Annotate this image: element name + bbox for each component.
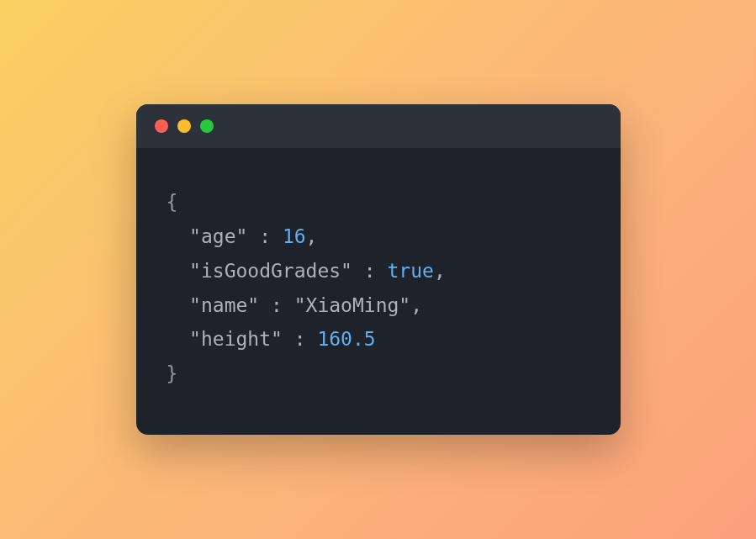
colon: : [259, 294, 294, 316]
json-key: "name" [189, 294, 259, 316]
json-key: "age" [189, 225, 247, 247]
comma: , [306, 225, 318, 247]
json-key: "height" [189, 328, 283, 350]
json-value-boolean: true [388, 260, 434, 282]
close-icon[interactable] [155, 119, 168, 133]
json-value-string: "XiaoMing" [294, 294, 410, 316]
colon: : [247, 225, 283, 247]
json-value-number: 16 [283, 225, 306, 247]
close-brace: } [167, 362, 178, 384]
comma: , [434, 260, 446, 282]
maximize-icon[interactable] [200, 119, 214, 133]
json-key: "isGoodGrades" [189, 260, 352, 282]
minimize-icon[interactable] [177, 119, 191, 133]
json-value-number: 160.5 [317, 328, 375, 350]
colon: : [283, 328, 318, 350]
colon: : [352, 260, 388, 282]
comma: , [410, 294, 422, 316]
open-brace: { [167, 191, 178, 213]
code-window: { "age" : 16, "isGoodGrades" : true, "na… [136, 104, 621, 436]
code-area: { "age" : 16, "isGoodGrades" : true, "na… [136, 148, 621, 436]
titlebar [136, 104, 621, 148]
